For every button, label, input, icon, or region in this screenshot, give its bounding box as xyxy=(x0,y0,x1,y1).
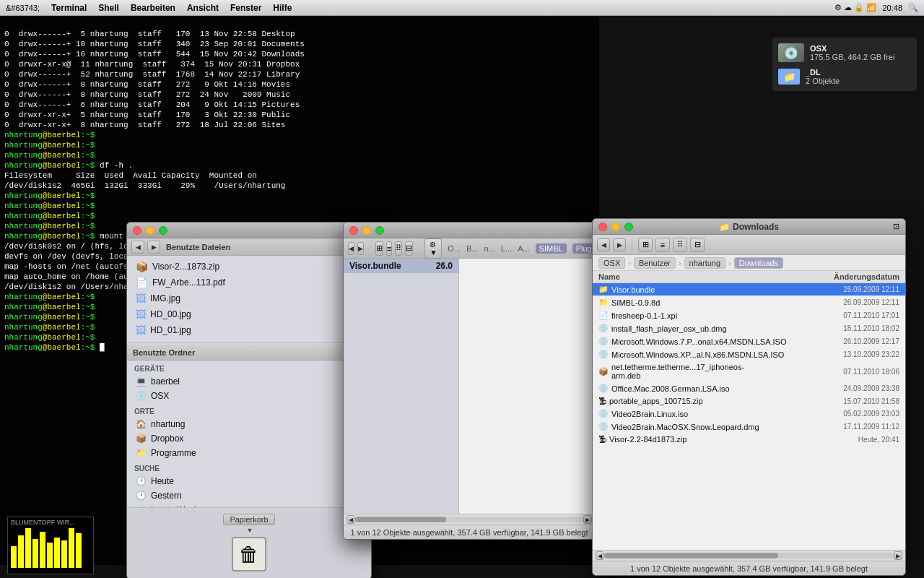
file-icon-5: 💿 xyxy=(598,350,609,359)
bar-5 xyxy=(40,532,45,568)
suche-gestern-label: Gestern xyxy=(151,491,182,501)
downloads-scroll-left[interactable]: ◀ xyxy=(596,551,604,560)
maximize-button[interactable] xyxy=(159,226,167,235)
middle-forward-button[interactable]: ▶ xyxy=(357,242,364,255)
breadcrumb-l[interactable]: L... xyxy=(501,244,512,253)
middle-minimize-button[interactable] xyxy=(362,226,371,235)
trash-icon-area[interactable]: 🗑 xyxy=(127,537,371,576)
downloads-view1[interactable]: ⊞ xyxy=(638,238,653,252)
sidebar-orte-nhartung[interactable]: 🏠 nhartung xyxy=(127,417,371,431)
menu-bearbeiten[interactable]: Bearbeiten xyxy=(131,3,175,13)
apple-menu[interactable]: &#63743; xyxy=(6,4,40,12)
downloads-scroll-h[interactable]: ◀ ▶ xyxy=(593,550,905,561)
file-icon-6: 📦 xyxy=(598,367,609,376)
file-icon-3: 🖼 xyxy=(136,293,146,304)
recent-file-img[interactable]: 🖼 IMG.jpg xyxy=(127,290,371,306)
suche-gestern[interactable]: 🕐 Gestern xyxy=(127,488,371,503)
middle-close-button[interactable] xyxy=(349,226,358,235)
file-row-2[interactable]: 📄 firesheep-0.1-1.xpi 07.11.2010 17:01 xyxy=(593,309,905,322)
breadcrumb-downloads-dl[interactable]: Downloads xyxy=(734,257,783,269)
file-icon-10: 💿 xyxy=(598,422,609,431)
scroll-right-button[interactable]: ▶ xyxy=(583,515,592,524)
sidebar-geraet-osx[interactable]: 💿 OSX xyxy=(127,389,371,403)
forward-button[interactable]: ▶ xyxy=(147,241,160,254)
papierkorb-button[interactable]: Papierkorb ▼ xyxy=(223,514,274,534)
action-button[interactable]: ⚙ ▼ xyxy=(424,238,442,259)
downloads-scroll-thumb[interactable] xyxy=(604,553,778,558)
suche-heute[interactable]: 🕐 Heute xyxy=(127,474,371,488)
search-menubar-icon[interactable]: 🔍 xyxy=(908,3,918,12)
downloads-back-button[interactable]: ◀ xyxy=(597,238,610,251)
breadcrumb-osx[interactable]: O... xyxy=(448,244,461,253)
minimize-button[interactable] xyxy=(146,226,154,235)
menu-ansicht[interactable]: Ansicht xyxy=(187,3,219,13)
breadcrumb-n[interactable]: n... xyxy=(484,244,495,253)
middle-scroll-h[interactable]: ◀ ▶ xyxy=(344,514,595,525)
file-row-6[interactable]: 📦 net.tetherme.tetherme...17_iphoneos-ar… xyxy=(593,361,905,382)
close-button[interactable] xyxy=(133,226,141,235)
downloads-toolbar-div xyxy=(632,239,632,251)
breadcrumb-nhartung-dl[interactable]: nhartung xyxy=(684,257,725,269)
downloads-breadcrumb: OSX › Benutzer › nhartung › Downloads xyxy=(593,255,905,271)
sidebar-orte-programme[interactable]: 📁 Programme xyxy=(127,446,371,460)
file-row-1[interactable]: 📁 SIMBL-0.9.8d 26.09.2009 12:11 xyxy=(593,296,905,309)
downloads-close-button[interactable] xyxy=(598,223,607,231)
col-date-header: Änderungsdatum xyxy=(770,272,899,281)
app-name[interactable]: Terminal xyxy=(51,3,87,13)
scroll-left-button[interactable]: ◀ xyxy=(346,515,355,524)
file-row-9[interactable]: 💿 Video2Brain.Linux.iso 05.02.2009 23:03 xyxy=(593,407,905,420)
breadcrumb-a[interactable]: A... xyxy=(518,244,530,253)
visor-bundle-item-left[interactable]: Visor.bundle 26.0 xyxy=(344,259,458,273)
file-row-0[interactable]: 📁 Visor.bundle 26.09.2009 12:11 xyxy=(593,283,905,296)
programme-icon: 📁 xyxy=(136,448,147,458)
bar-1 xyxy=(11,546,17,568)
recent-file-hd01[interactable]: 🖼 HD_01.jpg xyxy=(127,322,371,338)
status-icons: ⚙ ☁ 🔒 📶 xyxy=(834,3,876,12)
menu-fenster[interactable]: Fenster xyxy=(230,3,261,13)
downloads-forward-button[interactable]: ▶ xyxy=(613,238,626,251)
dl-folder-item[interactable]: 📁 _DL 2 Objekte xyxy=(778,68,911,85)
recent-file-label-5: HD_01.jpg xyxy=(150,325,191,335)
sidebar-orte-dropbox[interactable]: 📦 Dropbox xyxy=(127,431,371,446)
menu-shell[interactable]: Shell xyxy=(98,3,119,13)
recent-file-fw[interactable]: 📄 FW_Arbe...113.pdf xyxy=(127,275,371,290)
sidebar-geraet-baerbel[interactable]: 💻 baerbel xyxy=(127,374,371,389)
breadcrumb-osx-dl[interactable]: OSX xyxy=(598,257,625,269)
file-label-7: Office.Mac.2008.German.LSA.iso xyxy=(611,384,730,393)
downloads-view2[interactable]: ≡ xyxy=(655,238,670,252)
file-row-4[interactable]: 💿 Microsoft.Windows.7.P...onal.x64.MSDN.… xyxy=(593,335,905,348)
scroll-thumb[interactable] xyxy=(355,517,446,522)
downloads-view4[interactable]: ⊟ xyxy=(690,238,705,252)
view-column-button[interactable]: ⠿ xyxy=(395,241,402,256)
file-row-7[interactable]: 💿 Office.Mac.2008.German.LSA.iso 24.09.2… xyxy=(593,382,905,395)
downloads-minimize-button[interactable] xyxy=(611,223,620,231)
file-name-3: 💿 install_flash_player_osx_ub.dmg xyxy=(598,324,770,333)
file-row-3[interactable]: 💿 install_flash_player_osx_ub.dmg 18.11.… xyxy=(593,322,905,335)
recent-file-hd00[interactable]: 🖼 HD_00.jpg xyxy=(127,306,371,322)
papierkorb-area: Papierkorb ▼ xyxy=(127,511,371,537)
file-row-11[interactable]: 🗜 Visor-2.2-84d1873.zip Heute, 20:41 xyxy=(593,434,905,446)
back-button[interactable]: ◀ xyxy=(131,241,144,254)
downloads-view3[interactable]: ⠿ xyxy=(673,238,687,252)
view-list-button[interactable]: ≡ xyxy=(386,241,392,256)
middle-back-button[interactable]: ◀ xyxy=(348,242,354,255)
breadcrumb-simbl[interactable]: SIMBL xyxy=(536,243,567,254)
file-row-10[interactable]: 💿 Video2Brain.MacOSX.Snow.Leopard.dmg 17… xyxy=(593,420,905,434)
view-icon-button[interactable]: ⊞ xyxy=(375,241,383,256)
menu-hilfe[interactable]: Hilfe xyxy=(273,3,292,13)
view-coverflow-button[interactable]: ⊟ xyxy=(405,241,413,256)
recent-file-visor[interactable]: 📦 Visor-2...1873.zip xyxy=(127,259,371,275)
breadcrumb-b[interactable]: B... xyxy=(466,244,479,253)
file-date-3: 18.11.2010 18:02 xyxy=(770,324,899,332)
middle-maximize-button[interactable] xyxy=(375,226,384,235)
file-icon-0: 📁 xyxy=(598,285,609,294)
file-row-8[interactable]: 🗜 portable_apps_100715.zip 15.07.2010 21… xyxy=(593,395,905,407)
dl-folder-info: _DL 2 Objekte xyxy=(806,68,840,85)
downloads-scroll-right[interactable]: ▶ xyxy=(894,551,902,560)
osx-drive-item[interactable]: 💿 OSX 175.5 GB, 464.2 GB frei xyxy=(778,43,911,62)
file-row-5[interactable]: 💿 Microsoft.Windows.XP...al.N.x86.MSDN.L… xyxy=(593,348,905,361)
downloads-maximize-button[interactable] xyxy=(624,223,633,231)
downloads-resize-button[interactable]: ⊡ xyxy=(893,222,899,231)
breadcrumb-benutzer-dl[interactable]: Benutzer xyxy=(634,257,676,269)
file-date-0: 26.09.2009 12:11 xyxy=(770,285,899,293)
